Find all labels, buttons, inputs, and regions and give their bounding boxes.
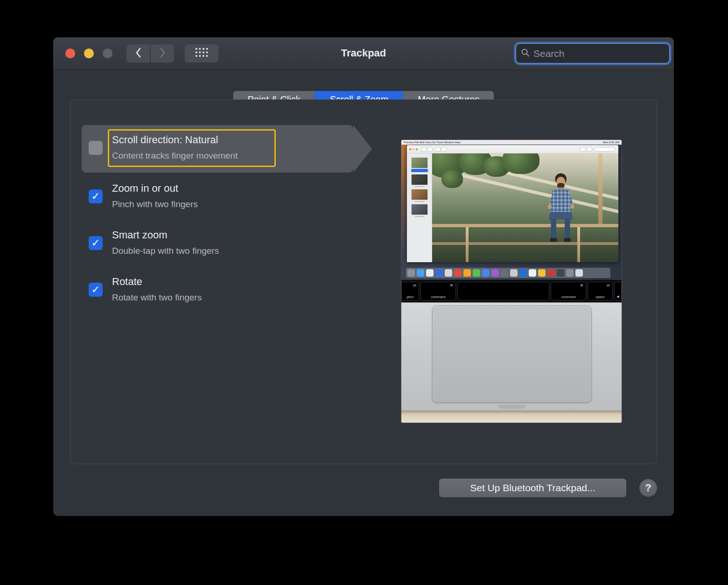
demo-toolbar-button	[441, 147, 447, 152]
key-option-right: alt option	[588, 282, 613, 300]
search-icon	[521, 48, 530, 59]
demo-dock-app-icon	[566, 269, 574, 277]
setting-label: Zoom in or out	[112, 181, 198, 196]
demo-dock-app-icon	[575, 269, 583, 277]
key-option-left: alt ption	[401, 282, 419, 300]
demo-dock-app-icon	[557, 269, 564, 277]
demo-touchbar-keyboard: alt ption ⌘ command ⌘ command alt option	[401, 280, 622, 302]
demo-menubar-menus: Preview File Edit View Go Tools Window H…	[404, 140, 461, 145]
demo-thumbnail	[411, 174, 428, 185]
trackpad-demo-video: Preview File Edit View Go Tools Window H…	[401, 140, 622, 423]
demo-toolbar-button	[580, 147, 586, 152]
setting-row-rotate: Rotate Rotate with two fingers	[89, 274, 378, 306]
search-field[interactable]	[516, 43, 670, 63]
demo-dock-app-icon	[407, 269, 415, 277]
demo-toolbar-button	[435, 147, 441, 152]
help-button[interactable]: ?	[639, 479, 657, 497]
demo-zoom-dot	[416, 148, 418, 150]
demo-close-dot	[409, 148, 411, 150]
demo-dock-app-icon	[454, 269, 462, 277]
setting-sublabel: Double-tap with two fingers	[112, 243, 219, 259]
setting-row-smart-zoom: Smart zoom Double-tap with two fingers	[89, 227, 378, 259]
demo-minimize-dot	[413, 148, 414, 150]
demo-dock-app-icon	[547, 269, 555, 277]
scroll-direction-checkbox[interactable]	[89, 141, 103, 155]
demo-dock-app-icon	[538, 269, 546, 277]
setting-sublabel: Content tracks finger movement	[112, 148, 238, 164]
demo-toolbar-button	[421, 147, 427, 152]
set-up-bluetooth-trackpad-button[interactable]: Set Up Bluetooth Trackpad...	[439, 479, 626, 497]
setting-sublabel: Rotate with two fingers	[112, 290, 202, 306]
demo-app-toolbar	[407, 145, 618, 153]
demo-photo-man-on-railing	[432, 153, 618, 262]
setting-label: Smart zoom	[112, 227, 219, 243]
demo-dock-app-icon	[435, 269, 443, 277]
setting-row-scroll-direction: Scroll direction: Natural Content tracks…	[89, 132, 378, 164]
setting-label: Scroll direction: Natural	[112, 132, 238, 148]
zoom-in-or-out-checkbox[interactable]	[89, 189, 103, 203]
demo-menubar-clock: Mon 9:41 AM	[603, 140, 619, 145]
demo-thumbnail	[411, 157, 428, 168]
demo-lid-notch	[497, 405, 525, 409]
demo-dock-app-icon	[510, 269, 518, 277]
demo-laptop-deck	[401, 302, 622, 423]
demo-thumbnail-selected-label	[411, 169, 428, 172]
demo-trackpad	[432, 306, 592, 403]
demo-dock-app-icon	[417, 269, 424, 277]
demo-dock-app-icon	[482, 269, 490, 277]
demo-dock-app-icon	[529, 269, 536, 277]
demo-mac-screen: Preview File Edit View Go Tools Window H…	[401, 140, 622, 280]
demo-dock-app-icon	[501, 269, 508, 277]
key-command-left: ⌘ command	[420, 282, 456, 300]
demo-table-surface	[401, 411, 622, 423]
key-command-right: ⌘ command	[551, 282, 586, 300]
demo-dock-app-icon	[463, 269, 471, 277]
smart-zoom-checkbox[interactable]	[89, 236, 103, 250]
setting-sublabel: Pinch with two fingers	[112, 196, 198, 212]
demo-dock-app-icon	[473, 269, 480, 277]
key-arrow-left: ◀	[614, 282, 622, 300]
demo-thumbnail	[411, 189, 428, 200]
titlebar: Trackpad	[53, 37, 674, 70]
demo-toolbar-button	[587, 147, 592, 152]
setting-row-zoom-in-or-out: Zoom in or out Pinch with two fingers	[89, 181, 378, 212]
key-spacebar	[457, 282, 549, 300]
trackpad-preferences-window: Trackpad Point & Click Scroll & Zoom Mor…	[53, 37, 674, 516]
demo-menubar: Preview File Edit View Go Tools Window H…	[401, 140, 622, 145]
demo-dock-app-icon	[426, 269, 434, 277]
demo-thumbnail	[411, 204, 428, 215]
demo-dock-app-icon	[519, 269, 527, 277]
demo-sidebar	[407, 153, 432, 262]
rotate-checkbox[interactable]	[89, 283, 103, 297]
demo-search-pill	[594, 147, 616, 152]
demo-dock-app-icon	[445, 269, 452, 277]
search-input[interactable]	[533, 48, 665, 59]
demo-man-figure	[535, 170, 588, 250]
demo-dock-app-icon	[491, 269, 499, 277]
demo-toolbar-button	[427, 147, 433, 152]
demo-preview-app-window	[407, 145, 618, 262]
setting-label: Rotate	[112, 274, 202, 290]
demo-dock	[406, 268, 610, 278]
